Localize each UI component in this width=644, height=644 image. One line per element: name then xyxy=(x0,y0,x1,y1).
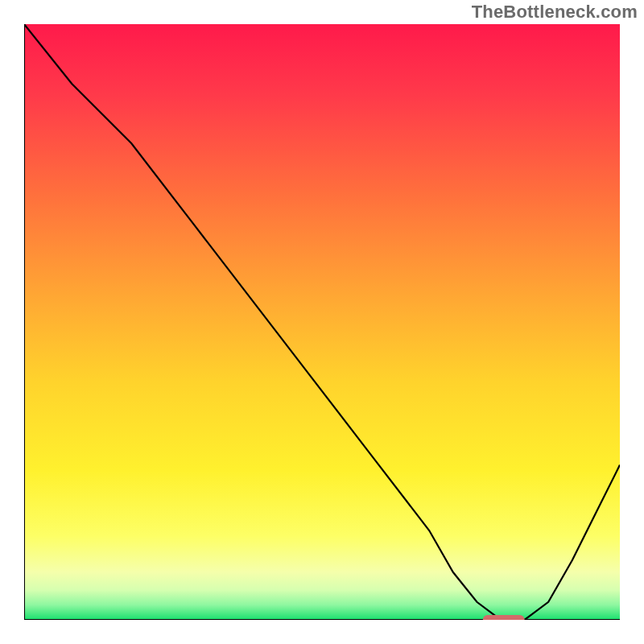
plot-area xyxy=(24,24,620,620)
gradient-background xyxy=(24,24,620,620)
watermark-text: TheBottleneck.com xyxy=(472,2,638,23)
chart-svg xyxy=(24,24,620,620)
optimal-range-marker xyxy=(483,615,525,620)
chart-stage: TheBottleneck.com xyxy=(0,0,644,644)
